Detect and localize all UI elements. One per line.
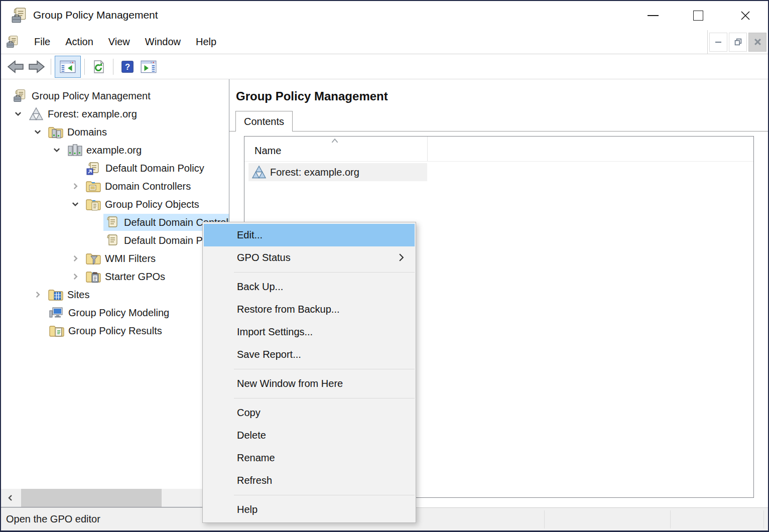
- scrollbar-thumb[interactable]: [21, 489, 162, 507]
- menu-help[interactable]: Help: [188, 31, 224, 53]
- context-menu-item-edit[interactable]: Edit...: [204, 224, 415, 246]
- domains-folder-icon: [48, 125, 64, 139]
- tab-contents[interactable]: Contents: [235, 111, 293, 131]
- tree-item-label: Forest: example.org: [48, 108, 137, 120]
- chevron-down-icon[interactable]: [66, 200, 84, 208]
- context-menu-separator: [234, 398, 415, 398]
- context-menu-item-rename[interactable]: Rename: [203, 447, 416, 469]
- gpmc-app-icon: [11, 7, 28, 24]
- menu-window[interactable]: Window: [138, 31, 188, 53]
- menu-file[interactable]: File: [27, 31, 58, 53]
- chevron-down-icon[interactable]: [48, 146, 66, 154]
- gpo-scroll-icon: [104, 215, 120, 229]
- list-item-forest[interactable]: Forest: example.org: [248, 163, 427, 181]
- folder-ou-icon: [85, 179, 101, 193]
- context-menu-item-import-settings[interactable]: Import Settings...: [203, 321, 416, 343]
- mdi-minimize-button[interactable]: [709, 33, 727, 52]
- context-menu: Edit... GPO Status Back Up... Restore fr…: [202, 222, 416, 523]
- tree-item-group-policy-objects[interactable]: Group Policy Objects: [1, 195, 229, 213]
- tree-item-group-policy-modeling[interactable]: Group Policy Modeling: [1, 304, 229, 322]
- context-menu-item-refresh[interactable]: Refresh: [203, 469, 416, 492]
- tree-item-forest[interactable]: Forest: example.org: [1, 105, 229, 123]
- submenu-arrow-icon: [398, 253, 405, 262]
- tree-item-label: Group Policy Modeling: [68, 307, 169, 319]
- context-menu-separator: [234, 272, 415, 273]
- column-divider[interactable]: [427, 137, 428, 161]
- scroll-left-button[interactable]: [1, 489, 20, 507]
- gpo-scroll-icon: [104, 233, 120, 247]
- tree-item-starter-gpos[interactable]: Starter GPOs: [1, 268, 229, 286]
- maximize-button[interactable]: [681, 1, 716, 30]
- mdi-close-button[interactable]: [748, 33, 766, 52]
- tree-item-label: Group Policy Management: [32, 90, 151, 102]
- tree-item-label: Domains: [67, 126, 107, 138]
- menu-view[interactable]: View: [101, 31, 138, 53]
- close-button[interactable]: [728, 1, 763, 30]
- context-menu-item-help[interactable]: Help: [203, 498, 416, 521]
- back-button[interactable]: [5, 56, 26, 77]
- statusbar-separator: [544, 510, 545, 528]
- tree-item-domains[interactable]: Domains: [1, 123, 229, 141]
- tree-item-label: Group Policy Objects: [105, 199, 199, 210]
- new-window-button[interactable]: [138, 56, 159, 77]
- toolbar-separator: [113, 59, 113, 75]
- context-menu-item-restore-from-backup[interactable]: Restore from Backup...: [203, 298, 416, 321]
- column-header-name[interactable]: Name: [254, 145, 281, 157]
- tree-item-default-domain-controllers-policy[interactable]: Default Domain Controllers Policy: [1, 213, 229, 231]
- chevron-left-icon: [7, 494, 14, 502]
- help-icon: [120, 60, 135, 74]
- horizontal-scrollbar[interactable]: [1, 489, 229, 507]
- forward-icon: [28, 59, 45, 74]
- forward-button[interactable]: [26, 56, 47, 77]
- menu-bar: File Action View Window Help: [1, 30, 768, 54]
- tree-item-group-policy-results[interactable]: Group Policy Results: [1, 322, 229, 340]
- tree-item-root[interactable]: Group Policy Management: [1, 87, 229, 105]
- chevron-right-icon[interactable]: [66, 273, 84, 281]
- gpmc-snapin-icon: [6, 35, 20, 49]
- toolbar-separator: [51, 59, 51, 75]
- context-menu-item-back-up[interactable]: Back Up...: [203, 276, 416, 298]
- forest-icon: [28, 107, 44, 121]
- mdi-restore-button[interactable]: [729, 33, 747, 52]
- context-menu-item-copy[interactable]: Copy: [203, 402, 416, 424]
- tree-item-domain-example-org[interactable]: example.org: [1, 141, 229, 159]
- context-menu-item-gpo-status[interactable]: GPO Status: [203, 246, 416, 269]
- list-header: Name: [244, 137, 753, 162]
- tree-item-label: Sites: [67, 289, 89, 301]
- chevron-down-icon[interactable]: [29, 128, 47, 136]
- folder-starter-icon: [85, 270, 101, 284]
- tree-item-label: WMI Filters: [105, 253, 156, 264]
- context-menu-item-new-window-from-here[interactable]: New Window from Here: [203, 372, 416, 395]
- help-button[interactable]: [117, 56, 138, 77]
- tree-item-label: Starter GPOs: [105, 271, 165, 283]
- new-window-icon: [140, 59, 157, 74]
- tree-item-label: Group Policy Results: [68, 325, 162, 337]
- chevron-down-icon[interactable]: [9, 110, 27, 118]
- chevron-right-icon[interactable]: [29, 291, 47, 299]
- refresh-button[interactable]: [88, 56, 109, 77]
- tree-item-domain-controllers[interactable]: Domain Controllers: [1, 177, 229, 195]
- refresh-icon: [91, 59, 107, 74]
- context-menu-item-save-report[interactable]: Save Report...: [203, 343, 416, 366]
- folder-gpo-icon: [85, 197, 101, 211]
- minimize-button[interactable]: [635, 1, 671, 30]
- status-text: Open the GPO editor: [6, 513, 100, 525]
- tree-item-label: Default Domain Policy: [105, 163, 204, 174]
- tree-item-default-domain-policy-link[interactable]: Default Domain Policy: [1, 159, 229, 177]
- mdi-restore-icon: [734, 38, 742, 46]
- tree-item-default-domain-policy-gpo[interactable]: Default Domain Policy: [1, 231, 229, 249]
- context-menu-item-delete[interactable]: Delete: [203, 424, 416, 447]
- domain-servers-icon: [67, 143, 83, 157]
- app-window: Group Policy Management File Action View…: [0, 0, 769, 532]
- gpmc-icon: [12, 89, 28, 103]
- tree-item-wmi-filters[interactable]: WMI Filters: [1, 249, 229, 268]
- chevron-right-icon[interactable]: [66, 254, 84, 262]
- tree-item-sites[interactable]: Sites: [1, 286, 229, 304]
- context-menu-item-label: GPO Status: [237, 252, 291, 263]
- maximize-icon: [693, 11, 703, 21]
- console-tree-pane: Group Policy Management Forest: example.…: [1, 79, 229, 507]
- page-title: Group Policy Management: [236, 89, 388, 103]
- show-console-tree-button[interactable]: [55, 56, 81, 78]
- chevron-right-icon[interactable]: [66, 182, 84, 190]
- menu-action[interactable]: Action: [58, 31, 101, 53]
